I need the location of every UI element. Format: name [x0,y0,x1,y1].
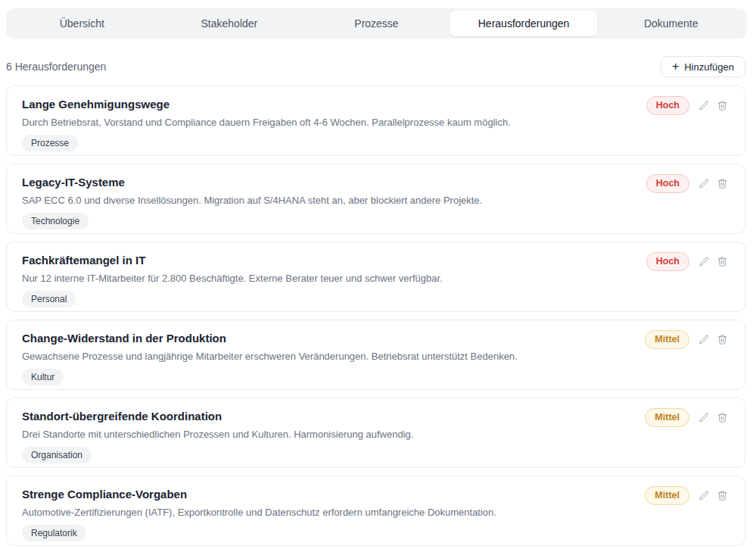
challenge-description: Durch Betriebsrat, Vorstand und Complian… [22,117,728,129]
trash-icon [717,178,728,189]
card-actions: Mittel [645,486,728,505]
category-tag: Technologie [22,213,89,229]
severity-badge: Hoch [646,96,689,115]
trash-icon [717,100,728,111]
challenge-description: Automotive-Zertifizierungen (IATF), Expo… [22,507,728,519]
challenge-title: Strenge Compliance-Vorgaben [22,487,728,501]
challenge-card: Strenge Compliance-Vorgaben Automotive-Z… [6,476,745,546]
add-challenge-button[interactable]: + Hinzufügen [661,56,745,77]
severity-badge: Mittel [645,330,689,349]
challenge-description: Drei Standorte mit unterschiedlichen Pro… [22,429,728,441]
delete-button[interactable] [717,412,728,423]
card-actions: Hoch [646,252,728,271]
challenge-description: SAP ECC 6.0 und diverse Insellösungen. M… [22,195,728,207]
category-tag: Personal [22,291,76,307]
delete-button[interactable] [717,178,728,189]
challenge-title: Change-Widerstand in der Produktion [22,331,728,345]
challenge-card: Change-Widerstand in der Produktion Gewa… [6,320,745,390]
edit-button[interactable] [698,178,710,189]
trash-icon [717,412,728,423]
edit-button[interactable] [698,334,710,345]
severity-badge: Hoch [646,174,689,193]
challenge-title: Legacy-IT-Systeme [22,175,728,189]
tab-dokumente[interactable]: Dokumente [597,11,745,36]
tab-stakeholder[interactable]: Stakeholder [156,11,303,36]
edit-button[interactable] [698,490,710,501]
pencil-icon [698,100,710,111]
delete-button[interactable] [717,256,728,267]
challenge-title: Fachkräftemangel in IT [22,253,728,267]
card-actions: Mittel [645,408,728,427]
pencil-icon [698,178,710,189]
pencil-icon [698,490,710,501]
edit-button[interactable] [698,412,710,423]
list-header: 6 Herausforderungen + Hinzufügen [6,56,745,77]
trash-icon [717,334,728,345]
delete-button[interactable] [717,100,728,111]
challenge-title: Standort-übergreifende Koordination [22,409,728,423]
severity-badge: Mittel [645,408,689,427]
tab-herausforderungen[interactable]: Herausforderungen [450,11,598,36]
challenge-list: Lange Genehmigungswege Durch Betriebsrat… [6,86,745,546]
category-tag: Regulatorik [22,525,86,541]
card-actions: Mittel [645,330,728,349]
tab-uebersicht[interactable]: Übersicht [8,11,156,36]
challenge-description: Nur 12 interne IT-Mitarbeiter für 2.800 … [22,273,728,285]
challenge-card: Lange Genehmigungswege Durch Betriebsrat… [6,86,745,156]
tab-bar: Übersicht Stakeholder Prozesse Herausfor… [6,8,747,39]
delete-button[interactable] [717,334,728,345]
tab-prozesse[interactable]: Prozesse [303,11,450,36]
pencil-icon [698,412,710,423]
challenge-count-label: 6 Herausforderungen [6,61,106,73]
delete-button[interactable] [717,490,728,501]
card-actions: Hoch [646,96,728,115]
category-tag: Organisation [22,447,92,463]
trash-icon [717,256,728,267]
challenge-card: Standort-übergreifende Koordination Drei… [6,398,745,468]
add-button-label: Hinzufügen [684,61,734,73]
challenge-card: Fachkräftemangel in IT Nur 12 interne IT… [6,242,745,312]
plus-icon: + [672,61,679,73]
category-tag: Prozesse [22,135,78,151]
category-tag: Kultur [22,369,64,385]
trash-icon [717,490,728,501]
edit-button[interactable] [698,100,710,111]
challenge-card: Legacy-IT-Systeme SAP ECC 6.0 und divers… [6,164,745,234]
pencil-icon [698,256,710,267]
edit-button[interactable] [698,256,710,267]
challenge-title: Lange Genehmigungswege [22,97,728,111]
severity-badge: Mittel [645,486,689,505]
card-actions: Hoch [646,174,728,193]
pencil-icon [698,334,710,345]
challenge-description: Gewachsene Prozesse und langjährige Mita… [22,351,728,363]
severity-badge: Hoch [646,252,689,271]
